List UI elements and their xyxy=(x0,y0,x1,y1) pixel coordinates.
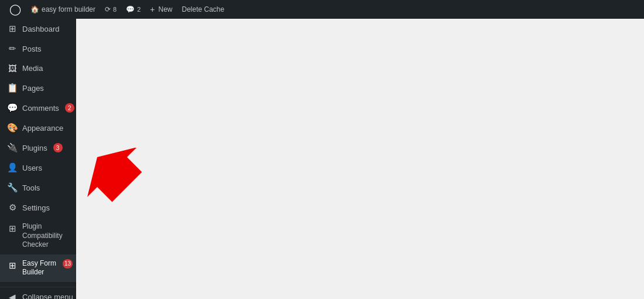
sidebar-item-plugin-compat[interactable]: ⊞ Plugin Compatibility Checker xyxy=(0,218,76,254)
updates[interactable]: ⟳ 8 xyxy=(100,0,121,19)
sidebar: ⊞ Dashboard ✏ Posts 🖼 Media 📋 Pages 💬 Co… xyxy=(0,19,76,299)
sidebar-item-users[interactable]: 👤 Users xyxy=(0,158,76,178)
dashboard-icon: ⊞ xyxy=(7,23,18,34)
plugins-icon: 🔌 xyxy=(7,142,18,153)
svg-marker-0 xyxy=(82,148,152,206)
comments-badge: 2 xyxy=(65,103,74,113)
appearance-icon: 🎨 xyxy=(7,123,18,133)
sidebar-item-media[interactable]: 🖼 Media xyxy=(0,59,76,78)
users-icon: 👤 xyxy=(7,162,18,173)
settings-icon: ⚙ xyxy=(7,202,18,213)
efb-icon: ⊞ xyxy=(7,260,18,271)
plugin-compat-icon: ⊞ xyxy=(7,223,18,234)
wp-logo[interactable]: ◯ xyxy=(5,0,26,19)
sidebar-item-plugins[interactable]: 🔌 Plugins 3 xyxy=(0,138,76,158)
media-icon: 🖼 xyxy=(7,63,18,73)
site-name[interactable]: 🏠 easy form builder xyxy=(26,0,100,19)
posts-icon: ✏ xyxy=(7,43,18,54)
sidebar-item-pages[interactable]: 📋 Pages xyxy=(0,78,76,98)
sidebar-item-tools[interactable]: 🔧 Tools xyxy=(0,178,76,198)
content-area xyxy=(76,19,644,299)
comments-bar[interactable]: 💬 2 xyxy=(121,0,145,19)
sidebar-item-settings[interactable]: ⚙ Settings xyxy=(0,198,76,218)
sidebar-item-dashboard[interactable]: ⊞ Dashboard xyxy=(0,19,76,39)
efb-badge: 13 xyxy=(63,259,73,269)
delete-cache[interactable]: Delete Cache xyxy=(177,0,229,19)
red-arrow xyxy=(82,148,152,206)
pages-icon: 📋 xyxy=(7,83,18,93)
plugins-badge: 3 xyxy=(53,143,63,152)
tools-icon: 🔧 xyxy=(7,182,18,193)
main-layout: ⊞ Dashboard ✏ Posts 🖼 Media 📋 Pages 💬 Co… xyxy=(0,19,644,299)
new-item[interactable]: + New xyxy=(145,0,177,19)
collapse-menu[interactable]: ◀ Collapse menu xyxy=(0,287,76,299)
sidebar-item-appearance[interactable]: 🎨 Appearance xyxy=(0,118,76,138)
sidebar-item-comments[interactable]: 💬 Comments 2 xyxy=(0,98,76,118)
sidebar-item-easy-form-builder[interactable]: ⊞ Easy Form Builder 13 Panel Create xyxy=(0,254,76,282)
sidebar-item-posts[interactable]: ✏ Posts xyxy=(0,39,76,59)
admin-bar: ◯ 🏠 easy form builder ⟳ 8 💬 2 + New Dele… xyxy=(0,0,644,19)
comments-icon: 💬 xyxy=(7,103,18,113)
collapse-icon: ◀ xyxy=(7,292,18,299)
